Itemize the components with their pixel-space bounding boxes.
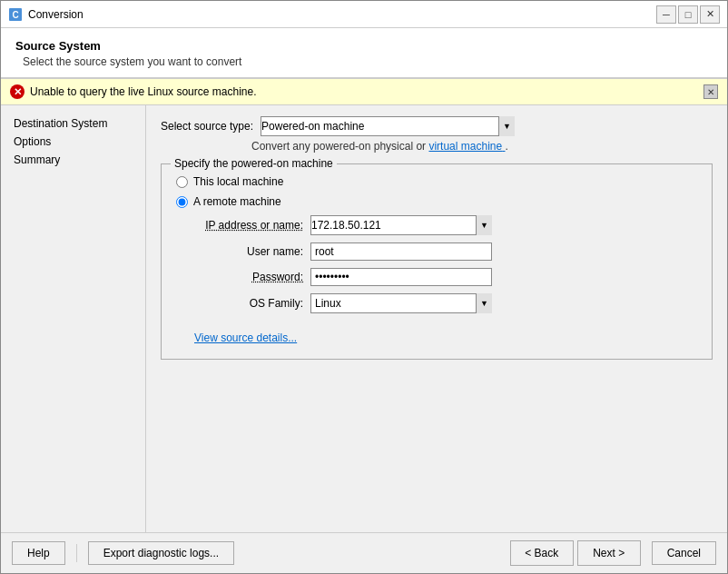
username-field-row: User name:	[194, 242, 697, 261]
ip-select-wrapper: 172.18.50.121 ▼	[310, 215, 492, 235]
ip-label: IP address or name:	[194, 219, 303, 232]
sidebar-item-destination[interactable]: Destination System	[8, 114, 138, 133]
view-details-link[interactable]: View source details...	[194, 332, 297, 344]
footer: Help Export diagnostic logs... < Back Ne…	[1, 532, 727, 573]
password-field-row: Password:	[194, 268, 697, 286]
main-window: C Conversion ─ □ ✕ Source System Select …	[0, 0, 728, 574]
remote-fields: IP address or name: 172.18.50.121 ▼ User…	[194, 215, 697, 313]
password-input[interactable]	[310, 268, 492, 286]
footer-left: Help Export diagnostic logs...	[12, 541, 503, 565]
main-body: Destination System Options Summary Selec…	[1, 105, 727, 532]
title-bar: C Conversion ─ □ ✕	[1, 1, 727, 28]
remote-machine-radio[interactable]	[176, 196, 188, 208]
group-legend: Specify the powered-on machine	[171, 157, 337, 170]
footer-nav: < Back Next >	[510, 540, 641, 566]
ip-field-row: IP address or name: 172.18.50.121 ▼	[194, 215, 697, 235]
username-input[interactable]	[310, 242, 492, 261]
radio-local-row: This local machine	[176, 175, 697, 188]
sidebar-item-options[interactable]: Options	[8, 133, 138, 151]
convert-info: Convert any powered-on physical or virtu…	[251, 140, 713, 153]
maximize-button[interactable]: □	[678, 5, 698, 24]
sidebar-item-summary[interactable]: Summary	[8, 151, 138, 169]
window-title: Conversion	[28, 8, 656, 21]
password-label: Password:	[194, 271, 303, 283]
export-logs-button[interactable]: Export diagnostic logs...	[88, 541, 234, 565]
source-type-label: Select source type:	[161, 120, 253, 133]
error-close-button[interactable]: ✕	[703, 84, 718, 99]
source-type-select[interactable]: Powered-on machine VMware Infrastructure…	[261, 116, 515, 136]
footer-divider	[76, 544, 77, 562]
error-message: Unable to query the live Linux source ma…	[30, 85, 698, 98]
sidebar: Destination System Options Summary	[1, 105, 146, 532]
cancel-button[interactable]: Cancel	[652, 541, 716, 565]
error-bar: ✕ Unable to query the live Linux source …	[1, 78, 727, 105]
virtual-machine-link[interactable]: virtual machine	[428, 140, 505, 153]
header-section: Source System Select the source system y…	[1, 28, 727, 78]
window-icon: C	[8, 7, 23, 22]
radio-remote-row: A remote machine	[176, 195, 697, 208]
error-icon: ✕	[10, 84, 25, 99]
source-type-row: Select source type: Powered-on machine V…	[161, 116, 713, 136]
form-area: Select source type: Powered-on machine V…	[146, 105, 727, 532]
ip-select[interactable]: 172.18.50.121	[310, 215, 492, 235]
powered-on-group: Specify the powered-on machine This loca…	[161, 163, 713, 360]
back-button[interactable]: < Back	[510, 540, 574, 566]
remote-machine-label[interactable]: A remote machine	[193, 195, 281, 208]
os-select-wrapper: Linux Windows ▼	[310, 293, 492, 313]
close-button[interactable]: ✕	[700, 5, 720, 24]
window-controls: ─ □ ✕	[656, 5, 720, 24]
page-subtitle: Select the source system you want to con…	[23, 55, 713, 68]
local-machine-radio[interactable]	[176, 176, 188, 188]
username-label: User name:	[194, 245, 303, 258]
os-label: OS Family:	[194, 297, 303, 310]
page-title: Source System	[15, 39, 713, 53]
local-machine-label[interactable]: This local machine	[193, 175, 283, 188]
source-type-select-wrapper: Powered-on machine VMware Infrastructure…	[261, 116, 515, 136]
minimize-button[interactable]: ─	[656, 5, 676, 24]
svg-text:C: C	[12, 10, 18, 20]
os-field-row: OS Family: Linux Windows ▼	[194, 293, 697, 313]
next-button[interactable]: Next >	[577, 540, 641, 566]
os-select[interactable]: Linux Windows	[310, 293, 492, 313]
help-button[interactable]: Help	[12, 541, 65, 565]
